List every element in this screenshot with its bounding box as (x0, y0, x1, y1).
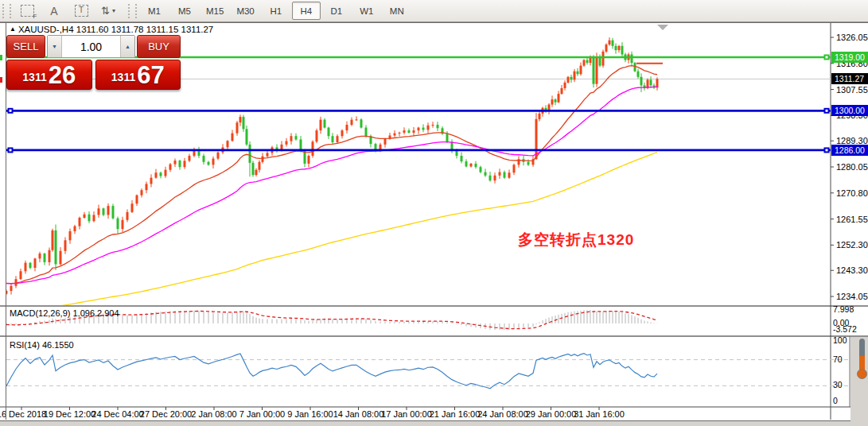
time-axis-label: 7 Jan 00:00 (239, 409, 286, 419)
price-tick-label: 1270.80 (836, 188, 868, 198)
ohlc-close: 1311.27 (181, 25, 214, 34)
price-tick-label: 1261.55 (836, 215, 868, 224)
buy-quote-button[interactable]: 131167 (95, 60, 181, 90)
chart-header: ▲XAUUSD-,H4 1311.60 1311.78 1311.15 1311… (10, 25, 213, 34)
level-badge-1286.00: 1286.00 (831, 145, 868, 156)
rsi-label: RSI(14) 46.1550 (10, 340, 74, 350)
price-tick-label: 1307.55 (836, 85, 868, 95)
price-tick-label: 1234.05 (836, 292, 868, 301)
horizontal-line-1286.00[interactable] (6, 147, 831, 153)
collapse-triangle-icon[interactable]: ▲ (10, 25, 16, 33)
time-axis-label: 19 Dec 12:00 (44, 409, 95, 419)
price-tick-label: 1326.05 (836, 33, 868, 42)
time-axis-label: 24 Jan 08:00 (477, 409, 528, 419)
ma-mid-magenta (6, 87, 657, 284)
thermometer-bulb (857, 369, 867, 379)
time-axis-label: 29 Jan 00:00 (526, 409, 577, 419)
one-click-trading-panel: SELL ▼ 1.00 ▲ BUY 131126 131167 (6, 35, 181, 90)
macd-label: MACD(12,26,9) 1.096 2.904 (10, 308, 119, 318)
time-axis-label: 31 Jan 16:00 (574, 409, 625, 419)
buy-button[interactable]: BUY (137, 35, 181, 58)
ohlc-open: 1311.60 (76, 25, 109, 34)
volume-control: ▼ 1.00 ▲ (47, 35, 135, 58)
time-axis-label: 16 Dec 2018 (0, 409, 46, 419)
price-tick-label: 1243.30 (836, 265, 868, 275)
rsi-axis-label: 70 (833, 354, 843, 364)
macd-axis-label: -3.572 (833, 324, 857, 334)
sell-price-pips: 26 (49, 64, 76, 87)
rsi-axis-label: 100 (833, 335, 847, 345)
sell-button[interactable]: SELL (6, 35, 45, 58)
thermometer-icon (856, 339, 868, 381)
chart-annotation-text[interactable]: 多空转折点1320 (518, 230, 634, 250)
time-axis-label: 14 Jan 08:00 (333, 409, 384, 419)
time-axis-label: 17 Jan 00:00 (381, 409, 432, 419)
buy-price-big-figure: 1311 (111, 67, 135, 87)
rsi-line (6, 354, 657, 389)
rsi-panel (6, 354, 657, 389)
time-axis-label: 2 Jan 08:00 (191, 409, 237, 419)
volume-decrease-button[interactable]: ▼ (48, 36, 62, 57)
level-badge-1300.00: 1300.00 (831, 105, 868, 116)
price-tick-label: 1280.05 (836, 162, 868, 172)
rsi-axis-label: 30 (833, 380, 843, 389)
ohlc-high: 1311.78 (111, 25, 144, 34)
time-axis-label: 24 Dec 04:00 (91, 409, 143, 419)
sell-quote-button[interactable]: 131126 (6, 60, 92, 90)
moving-averages (6, 66, 657, 313)
chart-shift-marker-icon[interactable] (657, 25, 668, 30)
volume-value[interactable]: 1.00 (62, 36, 120, 57)
price-tick-label: 1252.30 (836, 240, 868, 250)
time-axis-label: 9 Jan 16:00 (287, 409, 333, 419)
symbol-timeframe: XAUUSD-,H4 (18, 25, 74, 34)
macd-axis-label: 7.998 (833, 304, 854, 314)
horizontal-line-1300.00[interactable] (6, 108, 831, 114)
time-axis-label: 27 Dec 20:00 (140, 409, 192, 419)
buy-price-pips: 67 (137, 64, 164, 87)
volume-increase-button[interactable]: ▲ (120, 36, 134, 57)
current-price-badge: 1311.27 (831, 73, 868, 84)
sell-price-big-figure: 1311 (22, 67, 46, 87)
rsi-axis-label: 0 (833, 396, 838, 405)
level-badge-1319.00: 1319.00 (831, 52, 868, 63)
time-axis-label: 21 Jan 16:00 (430, 409, 481, 419)
mt4-window: F A T ⇅ ▾ M1M5M15M30H1H4D1W1MN 1326.0513… (0, 0, 868, 426)
edge-mark (0, 55, 2, 60)
ohlc-low: 1311.15 (146, 25, 179, 34)
edge-mark (0, 77, 2, 83)
